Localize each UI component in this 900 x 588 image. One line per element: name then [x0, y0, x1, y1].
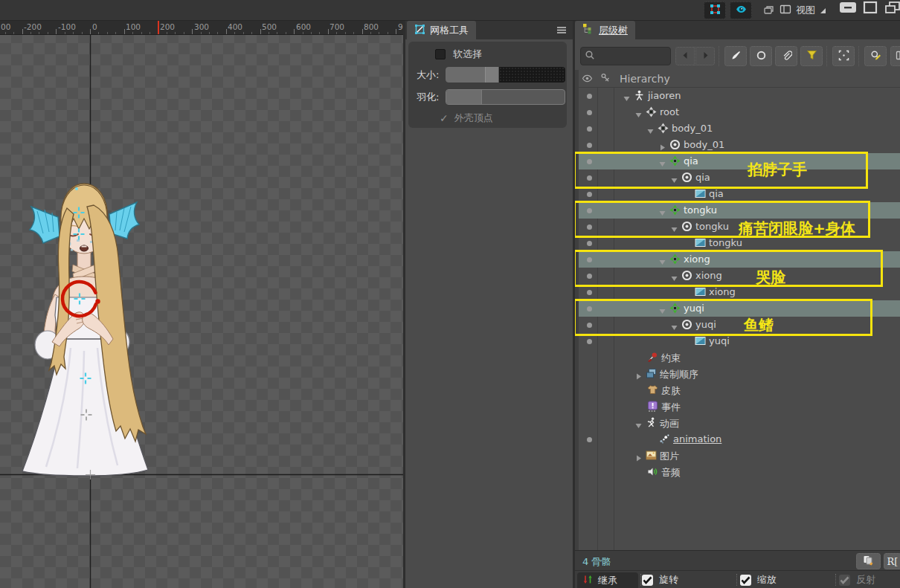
visibility-tool-button[interactable]: [730, 1, 752, 19]
tree-row-yuqi[interactable]: yuqi: [579, 317, 900, 333]
tree-row-xiong[interactable]: xiong: [579, 268, 900, 284]
visibility-dot[interactable]: [587, 126, 592, 132]
visibility-column-icon[interactable]: [582, 73, 593, 86]
visibility-dot[interactable]: [587, 257, 592, 262]
attachment-tool-button[interactable]: [775, 46, 797, 66]
search-box[interactable]: [580, 47, 671, 65]
expander-closed-icon[interactable]: [635, 453, 642, 459]
expander-open-icon[interactable]: [671, 175, 678, 181]
expander-closed-icon[interactable]: [635, 371, 642, 378]
mesh-tool-icon: [414, 24, 425, 37]
size-slider-handle[interactable]: [485, 67, 499, 83]
tree-row-body_01[interactable]: body_01: [579, 137, 900, 153]
search-edit-button[interactable]: [864, 46, 887, 66]
visibility-dot[interactable]: [587, 306, 592, 311]
expander-open-icon[interactable]: [623, 93, 630, 100]
tree-row-音频[interactable]: 音频: [579, 464, 900, 480]
tree-row-图片[interactable]: 图片: [579, 448, 900, 464]
expander-open-icon[interactable]: [635, 420, 642, 427]
tree-row-body_01[interactable]: body_01: [579, 120, 900, 137]
tab-mesh-tool[interactable]: 网格工具: [407, 21, 476, 39]
tree-row-tongku[interactable]: tongku: [579, 219, 900, 235]
link-column-icon[interactable]: [600, 73, 611, 86]
visibility-dot[interactable]: [587, 159, 592, 164]
tree-row-tongku[interactable]: tongku: [579, 202, 900, 219]
image-icon: [695, 188, 706, 199]
expander-open-icon[interactable]: [659, 306, 666, 312]
visibility-dot[interactable]: [587, 94, 592, 99]
expander-open-icon[interactable]: [671, 224, 678, 230]
expander-open-icon[interactable]: [671, 273, 678, 280]
tab-hierarchy[interactable]: 层级树: [575, 21, 635, 39]
tree-row-事件[interactable]: 事件: [579, 398, 900, 415]
hull-vertices-check-icon[interactable]: ✓: [440, 112, 449, 124]
tree-row-root[interactable]: root: [579, 104, 900, 120]
tree-row-qia[interactable]: qia: [579, 186, 900, 202]
filter-button[interactable]: [800, 46, 823, 66]
tree-row-xiong[interactable]: xiong: [579, 284, 900, 300]
visibility-dot[interactable]: [587, 274, 592, 279]
ruler-label: 500: [262, 22, 277, 31]
reflect-checkbox[interactable]: 反射: [839, 573, 875, 587]
circle-tool-button[interactable]: [750, 46, 772, 66]
visibility-dot[interactable]: [587, 290, 592, 295]
visibility-dot[interactable]: [587, 110, 592, 115]
visibility-dot[interactable]: [587, 208, 592, 213]
viewport-scene[interactable]: [0, 21, 403, 588]
rotate-checkbox[interactable]: 旋转: [642, 573, 678, 587]
copy-pages-icon[interactable]: [763, 4, 774, 16]
tree-row-xiong[interactable]: xiong: [579, 251, 900, 268]
tree-row-yuqi[interactable]: yuqi: [579, 333, 900, 349]
tree-row-绘制顺序[interactable]: 绘制顺序: [579, 366, 900, 382]
expander-open-icon[interactable]: [635, 109, 642, 116]
soft-select-checkbox[interactable]: [435, 49, 446, 59]
visibility-dot[interactable]: [587, 339, 592, 344]
view-menu-button[interactable]: 视图: [780, 2, 826, 19]
scale-checkbox[interactable]: 缩放: [740, 573, 777, 587]
tree-row-tongku[interactable]: tongku: [579, 235, 900, 251]
tree-row-qia[interactable]: qia: [579, 169, 900, 186]
feather-slider[interactable]: [446, 89, 565, 105]
frame-selection-button[interactable]: [832, 46, 855, 66]
panel-options-button[interactable]: [890, 46, 900, 66]
visibility-dot[interactable]: [587, 143, 592, 148]
expander-open-icon[interactable]: [659, 256, 666, 263]
size-slider[interactable]: [446, 67, 565, 83]
tree-row-动画[interactable]: 动画: [579, 415, 900, 431]
expander-open-icon[interactable]: [659, 207, 666, 214]
panel-divider[interactable]: [573, 21, 575, 588]
image-icon: [695, 335, 706, 346]
expander-open-icon[interactable]: [647, 126, 654, 132]
mesh-select-tool-button[interactable]: [704, 1, 726, 19]
cards-hand-icon: [863, 555, 874, 568]
visibility-dot[interactable]: [587, 192, 592, 197]
r-button[interactable]: R[: [884, 553, 900, 569]
panel-divider[interactable]: [403, 21, 405, 588]
tree-row-yuqi[interactable]: yuqi: [579, 300, 900, 317]
cards-button[interactable]: [856, 553, 881, 569]
brush-tool-button[interactable]: [724, 46, 747, 66]
ruler: 00-200-100010020030040050060070080090: [0, 21, 403, 35]
visibility-dot[interactable]: [587, 437, 592, 442]
maximize-button[interactable]: [860, 1, 881, 16]
prev-button[interactable]: [675, 47, 695, 65]
visibility-dot[interactable]: [587, 224, 592, 230]
tree-row-qia[interactable]: qia: [579, 153, 900, 169]
expander-closed-icon[interactable]: [659, 142, 666, 149]
next-button[interactable]: [695, 47, 715, 65]
visibility-dot[interactable]: [587, 175, 592, 181]
tree-row-animation[interactable]: animation: [579, 431, 900, 448]
tree-row-约束[interactable]: 约束: [579, 349, 900, 366]
panel-menu-icon[interactable]: [556, 25, 567, 38]
visibility-dot[interactable]: [587, 323, 592, 328]
expander-open-icon[interactable]: [671, 322, 678, 329]
restore-button[interactable]: [882, 1, 900, 16]
tree-row-皮肤[interactable]: 皮肤: [579, 382, 900, 398]
minimize-button[interactable]: [838, 1, 858, 16]
visibility-dot[interactable]: [587, 241, 592, 246]
expander-open-icon[interactable]: [659, 158, 666, 165]
search-input[interactable]: [599, 51, 666, 62]
inherit-button[interactable]: 继承: [577, 572, 638, 588]
viewport-canvas[interactable]: 00-200-100010020030040050060070080090: [0, 21, 403, 588]
tree-row-jiaoren[interactable]: jiaoren: [579, 88, 900, 104]
